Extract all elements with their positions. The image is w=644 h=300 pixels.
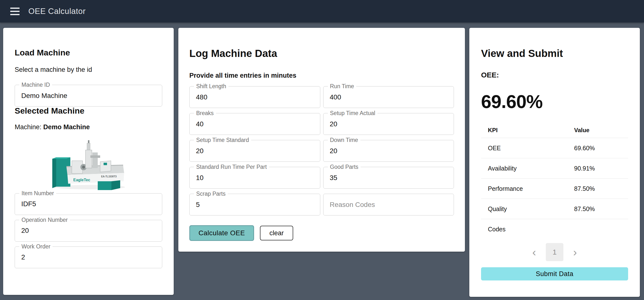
kpi-table-header: KPI Value: [481, 123, 628, 138]
value-cell: 69.60%: [574, 145, 621, 152]
scrap-parts-field: Scrap Parts: [189, 194, 320, 216]
calculate-oee-button[interactable]: Calculate OEE: [189, 225, 254, 241]
load-machine-subtitle: Select a machine by the id: [15, 66, 162, 73]
scrap-parts-label: Scrap Parts: [194, 191, 228, 197]
scrap-parts-input[interactable]: [196, 201, 314, 209]
setup-time-standard-field: Setup Time Standard: [189, 140, 320, 162]
item-number-label: Item Number: [19, 190, 56, 196]
down-time-field: Down Time: [323, 140, 454, 162]
shift-length-label: Shift Length: [194, 83, 228, 90]
setup-time-standard-input[interactable]: [196, 147, 314, 155]
machine-id-input[interactable]: [21, 92, 156, 100]
kpi-cell: Availability: [488, 165, 574, 172]
submit-data-button[interactable]: Submit Data: [481, 267, 628, 280]
load-machine-card: Load Machine Select a machine by the id …: [3, 28, 174, 295]
kpi-cell: Quality: [488, 206, 574, 212]
breaks-label: Breaks: [194, 110, 216, 116]
log-data-actions: Calculate OEE clear: [189, 225, 454, 241]
operation-number-input[interactable]: [21, 227, 156, 234]
kpi-table: KPI Value OEE 69.60% Availability 90.91%…: [481, 123, 628, 239]
value-cell: 87.50%: [574, 206, 621, 212]
load-machine-title: Load Machine: [15, 48, 162, 57]
reason-codes-field: [323, 194, 454, 216]
oee-value: 69.60%: [481, 92, 628, 111]
down-time-label: Down Time: [328, 137, 360, 143]
page-1-button[interactable]: 1: [546, 243, 564, 261]
setup-time-actual-field: Setup Time Actual: [323, 113, 454, 135]
previous-page-icon[interactable]: ‹: [531, 246, 538, 258]
menu-button[interactable]: [8, 4, 22, 18]
app-bar: OEE Calculator: [0, 0, 644, 22]
standard-run-time-input[interactable]: [196, 174, 314, 182]
clear-button[interactable]: clear: [260, 226, 293, 240]
shift-length-input[interactable]: [196, 93, 314, 101]
work-order-label: Work Order: [19, 244, 52, 250]
breaks-field: Breaks: [189, 113, 320, 135]
kpi-cell: Codes: [488, 226, 574, 233]
table-row: Availability 90.91%: [481, 158, 628, 178]
value-header: Value: [574, 127, 621, 134]
operation-number-label: Operation Number: [19, 217, 70, 223]
good-parts-input[interactable]: [330, 174, 448, 182]
machine-model-text: EA-TL1530T3: [101, 175, 117, 178]
selected-machine-title: Selected Machine: [15, 106, 162, 115]
next-page-icon[interactable]: ›: [572, 246, 578, 258]
table-row: Codes: [481, 219, 628, 239]
kpi-cell: Performance: [488, 185, 574, 192]
standard-run-time-label: Standard Run Time Per Part: [194, 164, 269, 170]
time-entry-grid: Shift Length Run Time Breaks Setup Time …: [189, 86, 454, 216]
log-data-subtitle: Provide all time entries in minutes: [189, 72, 454, 79]
table-row: OEE 69.60%: [481, 138, 628, 158]
table-row: Quality 87.50%: [481, 198, 628, 219]
value-cell: 90.91%: [574, 165, 621, 172]
kpi-cell: OEE: [488, 145, 574, 152]
view-submit-card: View and Submit OEE: 69.60% KPI Value OE…: [469, 28, 640, 297]
menu-icon: [10, 8, 20, 9]
reason-codes-input[interactable]: [330, 201, 448, 209]
setup-time-actual-label: Setup Time Actual: [328, 110, 378, 116]
machine-detail-fields: Item Number Operation Number Work Order: [15, 193, 162, 268]
oee-label: OEE:: [481, 71, 628, 79]
value-cell: 87.50%: [574, 185, 621, 192]
codes-pagination: ‹ 1 ›: [481, 243, 628, 261]
machine-id-label: Machine ID: [19, 82, 52, 88]
run-time-label: Run Time: [328, 83, 356, 90]
setup-time-actual-input[interactable]: [330, 120, 448, 128]
log-machine-data-card: Log Machine Data Provide all time entrie…: [178, 28, 465, 252]
shift-length-field: Shift Length: [189, 86, 320, 108]
good-parts-field: Good Parts: [323, 167, 454, 188]
setup-time-standard-label: Setup Time Standard: [194, 137, 251, 143]
standard-run-time-field: Standard Run Time Per Part: [189, 167, 320, 188]
cnc-machine-illustration: EagleTec EA-TL1530T3: [49, 138, 128, 191]
machine-label: Machine:: [15, 123, 42, 131]
operation-number-field: Operation Number: [15, 220, 162, 242]
item-number-field: Item Number: [15, 193, 162, 215]
selected-machine-line: Machine: Demo Machine: [15, 123, 162, 132]
machine-id-field: Machine ID: [15, 85, 162, 106]
item-number-input[interactable]: [21, 200, 156, 208]
run-time-field: Run Time: [323, 86, 454, 108]
machine-brand-text: EagleTec: [73, 178, 90, 182]
log-data-title: Log Machine Data: [189, 48, 454, 59]
down-time-input[interactable]: [330, 147, 448, 155]
view-submit-title: View and Submit: [481, 48, 628, 59]
machine-image: EagleTec EA-TL1530T3: [15, 138, 162, 191]
kpi-header: KPI: [488, 127, 574, 134]
work-order-field: Work Order: [15, 246, 162, 268]
app-title: OEE Calculator: [28, 6, 86, 16]
breaks-input[interactable]: [196, 120, 314, 128]
table-row: Performance 87.50%: [481, 178, 628, 198]
machine-name: Demo Machine: [43, 123, 90, 131]
work-order-input[interactable]: [21, 253, 156, 261]
good-parts-label: Good Parts: [328, 164, 360, 170]
run-time-input[interactable]: [330, 93, 448, 101]
